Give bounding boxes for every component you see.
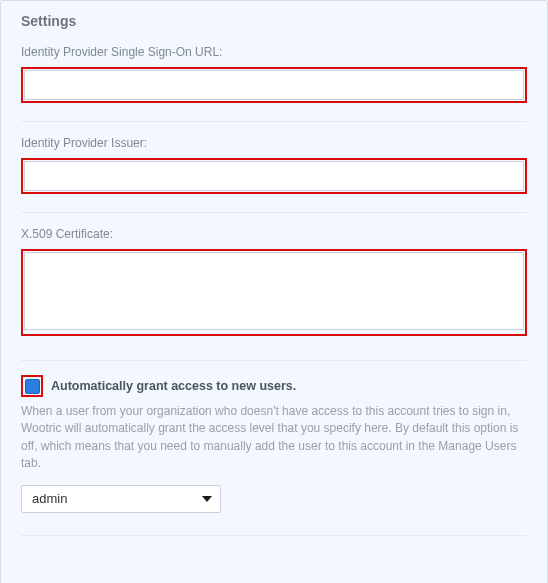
cert-textarea[interactable] xyxy=(24,252,524,330)
cert-field: X.509 Certificate: xyxy=(21,227,527,336)
issuer-label: Identity Provider Issuer: xyxy=(21,136,527,150)
access-level-select[interactable]: admin xyxy=(21,485,221,513)
divider xyxy=(21,360,527,361)
settings-panel: Settings Identity Provider Single Sign-O… xyxy=(0,0,548,583)
auto-grant-row: Automatically grant access to new users. xyxy=(21,375,527,397)
auto-grant-checkbox[interactable] xyxy=(25,379,40,394)
issuer-input[interactable] xyxy=(24,161,524,191)
divider xyxy=(21,212,527,213)
sso-url-field: Identity Provider Single Sign-On URL: xyxy=(21,45,527,103)
cert-highlight xyxy=(21,249,527,336)
access-level-selected-value: admin xyxy=(32,491,67,506)
auto-grant-help-text: When a user from your organization who d… xyxy=(21,403,527,473)
issuer-highlight xyxy=(21,158,527,194)
auto-grant-checkbox-highlight xyxy=(21,375,43,397)
issuer-field: Identity Provider Issuer: xyxy=(21,136,527,194)
panel-title: Settings xyxy=(21,13,527,29)
access-level-select-wrap: admin xyxy=(21,485,527,513)
sso-url-highlight xyxy=(21,67,527,103)
sso-url-input[interactable] xyxy=(24,70,524,100)
auto-grant-label: Automatically grant access to new users. xyxy=(51,379,296,393)
sso-url-label: Identity Provider Single Sign-On URL: xyxy=(21,45,527,59)
divider xyxy=(21,121,527,122)
cert-label: X.509 Certificate: xyxy=(21,227,527,241)
divider xyxy=(21,535,527,536)
chevron-down-icon xyxy=(202,496,212,502)
